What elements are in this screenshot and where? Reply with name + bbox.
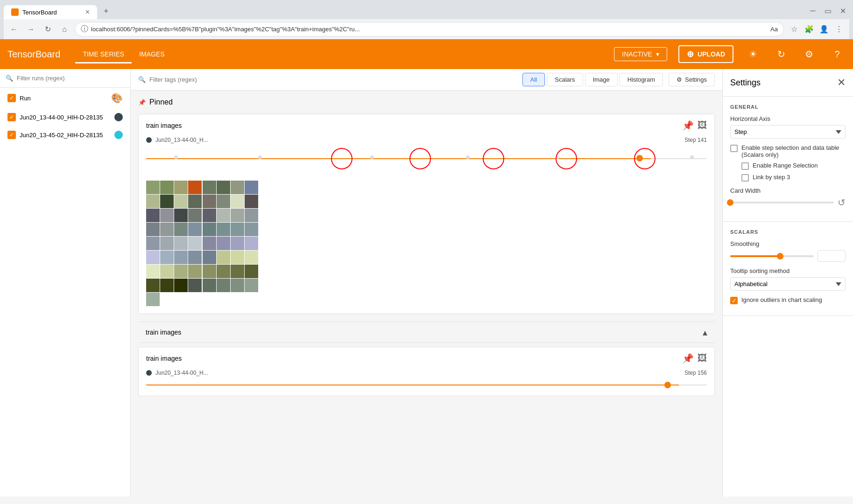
card2-0-run-row: Jun20_13-44-00_H... Step 156 (146, 370, 707, 376)
card-width-reset-button[interactable]: ↺ (838, 197, 846, 208)
grid-cell-36 (203, 237, 216, 250)
grid-cell-15 (245, 195, 258, 208)
card-0-header: train images 📌 🖼 (139, 114, 714, 137)
forward-button[interactable]: → (24, 23, 37, 36)
pinned-title: Pinned (149, 98, 173, 106)
reload-button[interactable]: ↻ (41, 23, 54, 36)
help-button[interactable]: ? (829, 46, 846, 63)
grid-cell-43 (188, 251, 202, 264)
home-button[interactable]: ⌂ (58, 23, 71, 36)
enable-step-selection-row: Enable step selection and data table (Sc… (730, 144, 846, 158)
filter-histogram-button[interactable]: Histogram (620, 73, 663, 86)
section2-card-0: train images 📌 🖼 Jun20_13-44-00_H... Ste… (138, 347, 715, 396)
tag-filter-input[interactable] (149, 76, 228, 83)
grid-cell-34 (174, 237, 188, 250)
run-item-0[interactable]: ✓ Jun20_13-44-00_HIH-D-28135 (0, 108, 130, 126)
section2-title: train images (146, 329, 181, 336)
window-close-button[interactable]: ✕ (836, 4, 849, 17)
upload-button[interactable]: ⊕ UPLOAD (678, 45, 733, 63)
back-button[interactable]: ← (7, 23, 21, 36)
grid-cell-26 (174, 223, 188, 236)
run-1-checkbox[interactable]: ✓ (7, 131, 16, 139)
run-0-checkbox[interactable]: ✓ (7, 113, 16, 121)
grid-cell-6 (231, 181, 244, 194)
active-tab[interactable]: TensorBoard × (4, 5, 97, 19)
maximize-button[interactable]: ▭ (821, 4, 834, 17)
smoothing-slider[interactable] (730, 252, 814, 261)
link-by-step-checkbox[interactable] (741, 174, 749, 182)
card2-0-timeline: Jun20_13-44-00_H... Step 156 (139, 370, 714, 396)
card2-0-share-button[interactable]: 🖼 (698, 353, 707, 364)
grid-cell-31 (245, 223, 258, 236)
run-0-color (114, 113, 123, 121)
enable-range-selection-checkbox[interactable] (741, 162, 749, 170)
settings-general-section: GENERAL Horizontal Axis Step Relative Wa… (723, 97, 853, 222)
nav-time-series[interactable]: TIME SERIES (75, 47, 132, 62)
runs-filter-input[interactable] (17, 75, 125, 82)
extensions-button[interactable]: 🧩 (803, 23, 816, 36)
grid-cell-23 (245, 209, 258, 222)
enable-step-selection-checkbox[interactable] (730, 145, 738, 152)
card-0-run-dot (146, 137, 152, 143)
profile-button[interactable]: 👤 (818, 23, 831, 36)
card2-track-area (146, 378, 707, 392)
close-tab-button[interactable]: × (85, 8, 90, 16)
filter-image-button[interactable]: Image (585, 73, 618, 86)
card-width-thumb[interactable] (727, 199, 733, 206)
card-0-pin-button[interactable]: 📌 (682, 120, 694, 131)
dark-mode-button[interactable]: ☀ (745, 46, 761, 63)
smoothing-thumb[interactable] (777, 253, 783, 259)
grid-cell-29 (217, 223, 230, 236)
collapse-button[interactable]: ▴ (703, 327, 707, 338)
grid-cell-19 (188, 209, 202, 222)
grid-cell-38 (231, 237, 244, 250)
horizontal-axis-label: Horizontal Axis (730, 115, 846, 122)
run-item-1[interactable]: ✓ Jun20_13-45-02_HIH-D-28135 (0, 126, 130, 144)
topbar: TensorBoard TIME SERIES IMAGES INACTIVE … (0, 39, 853, 69)
settings-close-button[interactable]: ✕ (837, 77, 846, 89)
grid-cell-28 (203, 223, 216, 236)
card2-track-handle[interactable] (664, 382, 671, 388)
inactive-button[interactable]: INACTIVE ▾ (614, 47, 667, 61)
ignore-outliers-checkbox[interactable]: ✓ (730, 297, 738, 304)
card2-0-header: train images 📌 🖼 (139, 347, 714, 370)
run-header-row[interactable]: ✓ Run 🎨 (0, 88, 130, 108)
filter-buttons: All Scalars Image Histogram (522, 73, 663, 86)
refresh-button[interactable]: ↻ (773, 46, 790, 63)
more-button[interactable]: ⋮ (832, 23, 846, 36)
run-header-checkbox[interactable]: ✓ (7, 94, 16, 102)
smoothing-value-input[interactable]: 0.6 (818, 250, 846, 262)
grid-cell-17 (160, 209, 174, 222)
grid-cell-33 (160, 237, 174, 250)
settings-panel-button[interactable]: ⚙ Settings (669, 73, 715, 86)
card2-0-pin-button[interactable]: 📌 (682, 353, 694, 364)
settings-gear-button[interactable]: ⚙ (801, 46, 818, 63)
card-width-slider[interactable] (730, 198, 834, 207)
run-1-color (114, 131, 123, 139)
nav-images[interactable]: IMAGES (132, 47, 172, 62)
new-tab-button[interactable]: + (98, 4, 114, 19)
content-toolbar: 🔍 All Scalars Image Histogram ⚙ Settings (131, 69, 722, 91)
tooltip-sort-select[interactable]: Alphabetical Ascending Descending Defaul… (730, 277, 846, 291)
card-0-step-label: Step 141 (684, 137, 707, 143)
track-dot-1 (174, 155, 178, 159)
address-text: localhost:6006/?pinnedCards=%5B%7B"plugi… (91, 26, 768, 33)
filter-all-button[interactable]: All (522, 73, 545, 86)
general-section-title: GENERAL (730, 104, 846, 110)
horizontal-axis-select[interactable]: Step Relative Wall (730, 125, 846, 139)
minimize-button[interactable]: ─ (806, 4, 819, 17)
grid-cell-5 (217, 181, 230, 194)
enable-range-selection-text: Enable Range Selection (753, 162, 818, 169)
card-0-title: train images (146, 122, 678, 129)
grid-cell-10 (174, 195, 188, 208)
card2-0-run-dot (146, 370, 152, 376)
filter-scalars-button[interactable]: Scalars (547, 73, 583, 86)
settings-btn-icon: ⚙ (677, 76, 682, 83)
star-button[interactable]: ☆ (788, 23, 801, 36)
card-0-share-button[interactable]: 🖼 (698, 120, 707, 131)
grid-cell-45 (217, 251, 230, 264)
runs-filter-row: 🔍 (0, 69, 130, 88)
address-bar[interactable]: ⓘ localhost:6006/?pinnedCards=%5B%7B"plu… (75, 22, 784, 36)
upload-circle-icon: ⊕ (687, 49, 694, 59)
palette-icon[interactable]: 🎨 (111, 92, 123, 104)
